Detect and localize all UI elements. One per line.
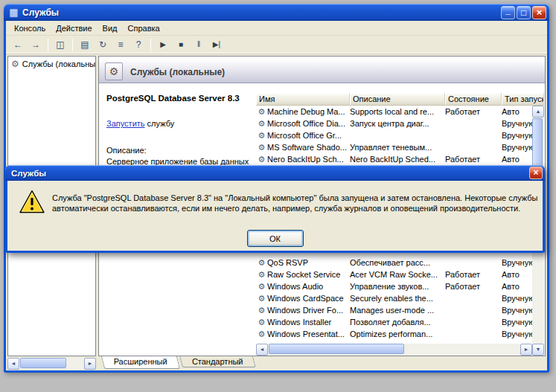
dialog-message: Служба "PostgreSQL Database Server 8.3" …	[52, 193, 540, 213]
scrollbar-thumb[interactable]	[20, 358, 66, 368]
table-row[interactable]: ⚙ MS Software Shado... Управляет теневым…	[256, 141, 532, 153]
service-gear-icon: ⚙	[256, 155, 267, 164]
scroll-down-icon[interactable]: ▼	[532, 344, 544, 356]
toolbar-separator	[48, 39, 48, 51]
minimize-button[interactable]: _	[501, 6, 515, 19]
start-service-icon[interactable]: ▶	[155, 37, 171, 52]
export-list-icon[interactable]: ≡	[112, 37, 129, 52]
cell-description: Supports local and re...	[350, 107, 445, 116]
table-row[interactable]: ⚙ QoS RSVP Обеспечивает расс... Вручную	[256, 257, 532, 269]
cell-startup: Авто	[502, 155, 532, 164]
header-band: ⚙ Службы (локальные)	[99, 60, 545, 83]
table-row[interactable]: ⚙ Windows Audio Управление звуков... Раб…	[256, 280, 532, 292]
service-gear-icon: ⚙	[256, 282, 267, 292]
cell-startup: Вручную	[502, 258, 532, 267]
cell-status: Работает	[445, 270, 502, 279]
cell-description: Manages user-mode ...	[350, 306, 445, 315]
scrollbar-track[interactable]	[268, 344, 520, 356]
maximize-button[interactable]: □	[517, 6, 531, 19]
cell-description: Acer VCM Raw Socke...	[350, 270, 445, 279]
forward-icon[interactable]: →	[28, 37, 44, 52]
tree-horizontal-scrollbar[interactable]: ◄ ►	[7, 358, 96, 370]
tab-extended[interactable]: Расширенный	[101, 356, 180, 369]
restart-service-icon[interactable]: ▶|	[208, 37, 225, 52]
cell-description: Обеспечивает расс...	[350, 258, 445, 267]
cell-startup: Авто	[502, 107, 532, 116]
start-service-suffix: службу	[145, 119, 175, 128]
cell-description: Optimizes performan...	[350, 330, 445, 338]
table-row[interactable]: ⚙ Windows Installer Позволяет добавля...…	[256, 316, 532, 328]
menu-console[interactable]: Консоль	[9, 22, 51, 34]
cell-description: Позволяет добавля...	[350, 318, 445, 327]
ok-button[interactable]: ОК	[247, 230, 304, 247]
list-rows-top: ⚙ Machine Debug Ma... Supports local and…	[256, 106, 532, 165]
service-gear-icon: ⚙	[256, 107, 267, 117]
dialog-titlebar[interactable]: Службы ×	[5, 165, 545, 181]
close-button[interactable]: ×	[532, 6, 546, 19]
cell-name: Windows CardSpace	[267, 294, 350, 303]
help-icon[interactable]: ?	[130, 37, 147, 52]
table-row[interactable]: ⚙ Microsoft Office Gr... Вручную	[256, 129, 532, 141]
dialog-close-button[interactable]: ×	[529, 167, 543, 179]
table-row[interactable]: ⚙ Machine Debug Ma... Supports local and…	[256, 106, 532, 118]
page-title: Службы (локальные)	[130, 67, 225, 77]
scroll-right-icon[interactable]: ►	[84, 358, 96, 370]
cell-name: MS Software Shado...	[267, 143, 350, 152]
tab-standard[interactable]: Стандартный	[179, 356, 255, 367]
stop-service-icon[interactable]: ■	[173, 37, 189, 52]
menu-help[interactable]: Справка	[123, 22, 165, 34]
window-icon[interactable]: ▦	[8, 7, 19, 18]
cell-name: Raw Socket Service	[267, 270, 350, 279]
scrollbar-track[interactable]	[19, 358, 84, 370]
cell-name: Windows Audio	[267, 282, 350, 291]
refresh-icon[interactable]: ↻	[95, 37, 111, 52]
cell-status: Работает	[445, 155, 502, 164]
tab-standard-label: Стандартный	[192, 357, 243, 366]
window-titlebar[interactable]: ▦ Службы _ □ ×	[4, 4, 549, 21]
view-tabs: Расширенный Стандартный	[98, 356, 546, 370]
pause-service-icon[interactable]: ‖	[191, 37, 207, 52]
scrollbar-thumb[interactable]	[269, 344, 404, 354]
service-gear-icon: ⚙	[256, 330, 267, 339]
menu-view[interactable]: Вид	[98, 22, 123, 34]
toolbar-separator	[72, 39, 73, 51]
scroll-left-icon[interactable]: ◄	[7, 358, 19, 370]
back-icon[interactable]: ←	[10, 37, 26, 52]
scroll-up-icon[interactable]: ▲	[532, 106, 544, 118]
cell-name: Nero BackItUp Sch...	[267, 155, 350, 164]
list-rows-bottom: ⚙ QoS RSVP Обеспечивает расс... Вручную …	[256, 257, 532, 340]
services-icon: ⚙	[11, 59, 19, 69]
table-row[interactable]: ⚙ Windows Presentat... Optimizes perform…	[256, 328, 532, 340]
cell-name: Machine Debug Ma...	[267, 107, 350, 116]
table-row[interactable]: ⚙ Raw Socket Service Acer VCM Raw Socke.…	[256, 269, 532, 280]
column-header-description[interactable]: Описание	[350, 93, 445, 106]
scroll-left-icon[interactable]: ◄	[256, 344, 268, 356]
list-horizontal-scrollbar[interactable]: ◄ ►	[256, 344, 532, 356]
cell-startup: Авто	[502, 270, 532, 279]
cell-startup: Вручную	[502, 119, 532, 128]
table-row[interactable]: ⚙ Windows Driver Fo... Manages user-mode…	[256, 304, 532, 316]
column-header-status[interactable]: Состояние	[445, 93, 502, 106]
show-hide-tree-icon[interactable]: ◫	[52, 37, 68, 52]
cell-name: Windows Installer	[267, 318, 350, 327]
properties-icon[interactable]: ▤	[77, 37, 93, 52]
column-header-startup-type[interactable]: Тип запуска	[502, 93, 544, 106]
table-row[interactable]: ⚙ Nero BackItUp Sch... Nero BackItUp Sch…	[256, 153, 532, 165]
table-row[interactable]: ⚙ Microsoft Office Dia... Запуск центра …	[256, 118, 532, 129]
scroll-right-icon[interactable]: ►	[520, 344, 532, 356]
service-gear-icon: ⚙	[256, 131, 267, 141]
start-service-link[interactable]: Запустить	[106, 119, 145, 128]
cell-description: Управляет теневым...	[350, 143, 445, 152]
cell-description: Запуск центра диаг...	[350, 119, 445, 128]
list-header: Имя Описание Состояние Тип запуска	[256, 93, 544, 106]
service-gear-icon: ⚙	[256, 258, 267, 268]
cell-startup: Вручную	[502, 318, 532, 327]
cell-name: Microsoft Office Gr...	[267, 131, 350, 140]
column-header-name[interactable]: Имя	[256, 93, 350, 106]
tree-item-services-local[interactable]: ⚙ Службы (локальные)	[8, 57, 95, 71]
cell-startup: Вручную	[502, 306, 532, 315]
service-gear-icon: ⚙	[256, 294, 267, 303]
table-row[interactable]: ⚙ Windows CardSpace Securely enables the…	[256, 292, 532, 304]
menu-action[interactable]: Действие	[51, 22, 97, 34]
service-gear-icon: ⚙	[256, 119, 267, 129]
